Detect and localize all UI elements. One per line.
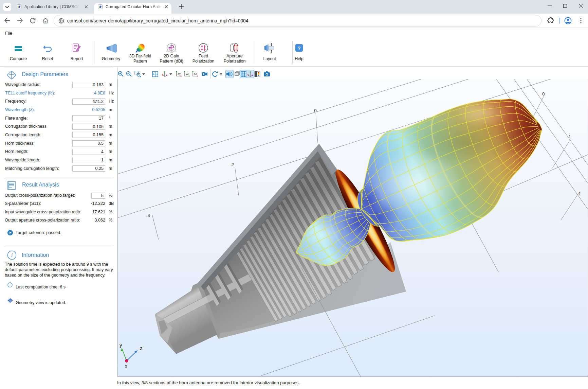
svg-text:1: 1 bbox=[578, 191, 581, 196]
svg-text:-1: -1 bbox=[567, 134, 571, 139]
svg-text:-4: -4 bbox=[146, 213, 150, 218]
svg-text:i: i bbox=[10, 283, 11, 287]
svg-text:0: 0 bbox=[314, 108, 317, 113]
svg-text:xy: xy bbox=[178, 72, 181, 75]
svg-text:z: z bbox=[140, 345, 143, 351]
svg-text:i: i bbox=[11, 252, 13, 259]
svg-text:xz: xz bbox=[194, 72, 197, 75]
svg-text:?: ? bbox=[297, 45, 300, 51]
svg-text:0: 0 bbox=[542, 91, 545, 96]
svg-text:x: x bbox=[125, 364, 127, 369]
svg-text:-2: -2 bbox=[230, 162, 234, 167]
svg-text:y: y bbox=[120, 342, 122, 348]
svg-text:yz: yz bbox=[186, 72, 189, 75]
